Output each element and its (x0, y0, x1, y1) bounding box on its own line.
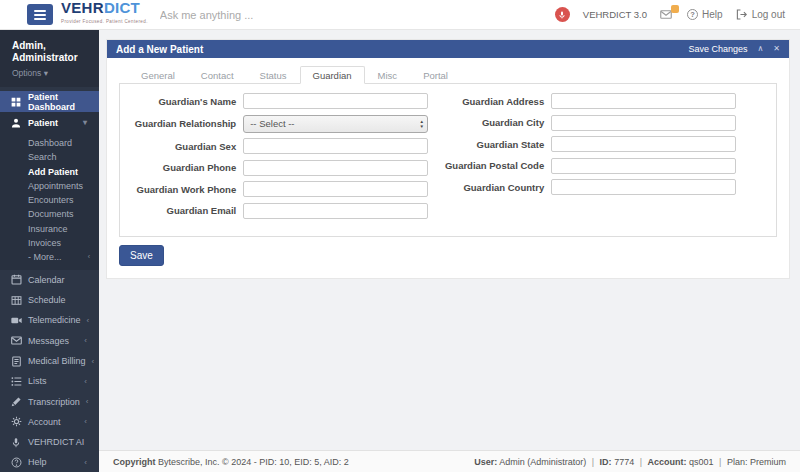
page-title: Add a New Patient (116, 44, 203, 55)
logout-label: Log out (752, 9, 785, 20)
sidebar-section-patient: Patient ▾ Dashboard Search Add Patient A… (0, 112, 99, 270)
help-label: Help (702, 9, 723, 20)
messages-button[interactable] (660, 9, 674, 21)
chevron-left-icon: ‹ (84, 377, 89, 386)
sidebar-item-dashboard[interactable]: Dashboard (0, 136, 99, 150)
sidebar-item-schedule[interactable]: Schedule (0, 290, 99, 310)
guardian-email-input[interactable] (243, 203, 428, 219)
caret-down-icon: ▾ (44, 68, 48, 78)
sign-out-icon (736, 9, 748, 20)
tab-status[interactable]: Status (247, 66, 300, 84)
app-version-label: VEHRDICT 3.0 (583, 9, 647, 20)
user-block: Admin, Administrator Options ▾ (0, 30, 99, 87)
logo-wordmark: VEHRDICT (61, 1, 148, 14)
sidebar-item-invoices[interactable]: Invoices (0, 236, 99, 250)
tab-contact[interactable]: Contact (188, 66, 247, 84)
sidebar-item-patient-dashboard[interactable]: Patient Dashboard (0, 91, 99, 112)
guardian-work-phone-input[interactable] (243, 181, 428, 197)
top-navbar: VEHRDICT Provider Focused. Patient Cente… (0, 0, 800, 30)
envelope-icon (10, 336, 22, 345)
navbar-right: VEHRDICT 3.0 ? Help Log out (555, 7, 800, 22)
gear-icon (10, 416, 22, 427)
sidebar-item-lists[interactable]: Lists ‹ (0, 371, 99, 391)
help-link[interactable]: ? Help (687, 9, 723, 20)
guardian-city-label: Guardian City (428, 117, 551, 128)
tab-portal[interactable]: Portal (410, 66, 461, 84)
sidebar-item-medical-billing[interactable]: Medical Billing ‹ (0, 351, 99, 371)
sidebar-item-transcription[interactable]: Transcription ‹ (0, 391, 99, 411)
sidebar-item-documents[interactable]: Documents (0, 207, 99, 221)
sidebar-item-telemedicine[interactable]: Telemedicine ‹ (0, 310, 99, 330)
user-name: Admin, (12, 40, 87, 52)
grid-icon (10, 97, 22, 107)
list-icon (10, 376, 22, 387)
ai-assistant-button[interactable] (555, 7, 570, 22)
guardian-state-label: Guardian State (428, 139, 551, 150)
video-camera-icon (10, 315, 22, 326)
guardian-sex-input[interactable] (243, 138, 428, 154)
close-panel-icon[interactable]: ✕ (773, 45, 780, 53)
chevron-left-icon: ‹ (86, 397, 91, 406)
footer: Copyright Bytescribe, Inc. © 2024 - PID:… (99, 450, 800, 472)
logout-link[interactable]: Log out (736, 9, 785, 20)
collapse-panel-icon[interactable]: ∧ (757, 45, 763, 53)
microphone-icon (556, 11, 568, 19)
save-changes-button[interactable]: Save Changes (688, 44, 747, 54)
guardian-relationship-label: Guardian Relationship (120, 118, 243, 129)
guardian-address-label: Guardian Address (428, 96, 551, 107)
user-icon (10, 118, 22, 128)
guardian-postal-code-input[interactable] (551, 158, 736, 174)
guardian-country-label: Guardian Country (428, 182, 551, 193)
table-icon (10, 295, 22, 306)
sidebar-item-account[interactable]: Account ‹ (0, 412, 99, 432)
ask-anything-input[interactable] (160, 9, 380, 21)
guardian-relationship-select[interactable]: -- Select -- ▲▼ (243, 115, 428, 133)
sidebar-item-vehrdict-ai[interactable]: VEHRDICT AI (0, 432, 99, 452)
user-options-dropdown[interactable]: Options ▾ (12, 68, 87, 78)
guardian-phone-input[interactable] (243, 160, 428, 176)
save-button[interactable]: Save (119, 245, 164, 266)
select-arrows-icon: ▲▼ (420, 119, 424, 129)
hamburger-icon (34, 10, 46, 20)
guardian-city-input[interactable] (551, 115, 736, 131)
chevron-down-icon: ▾ (83, 118, 89, 127)
app-logo[interactable]: VEHRDICT Provider Focused. Patient Cente… (61, 1, 148, 28)
guardian-email-label: Guardian Email (120, 205, 243, 216)
sidebar-item-appointments[interactable]: Appointments (0, 179, 99, 193)
patient-form-tabs: General Contact Status Guardian Misc Por… (119, 66, 777, 83)
form-right-column: Guardian Address Guardian City Guardian … (428, 93, 736, 224)
guardian-name-label: Guardian's Name (120, 96, 243, 107)
tab-misc[interactable]: Misc (365, 66, 411, 84)
guardian-work-phone-label: Guardian Work Phone (120, 184, 243, 195)
tab-guardian[interactable]: Guardian (300, 66, 365, 84)
form-left-column: Guardian's Name Guardian Relationship --… (120, 93, 428, 224)
guardian-name-input[interactable] (243, 93, 428, 109)
panel-body: General Contact Status Guardian Misc Por… (107, 58, 789, 278)
tab-general[interactable]: General (128, 66, 188, 84)
panel-header: Add a New Patient Save Changes ∧ ✕ (107, 40, 789, 58)
sidebar-item-messages[interactable]: Messages ‹ (0, 331, 99, 351)
logo-tagline: Provider Focused. Patient Centered. (61, 15, 148, 28)
sidebar-item-more[interactable]: - More... ‹ (0, 250, 99, 264)
guardian-phone-label: Guardian Phone (120, 162, 243, 173)
guardian-country-input[interactable] (551, 179, 736, 195)
chevron-left-icon: ‹ (84, 458, 89, 467)
sidebar-item-help[interactable]: Help ‹ (0, 452, 99, 472)
sidebar-item-patient[interactable]: Patient ▾ (0, 112, 99, 133)
sidebar-item-insurance[interactable]: Insurance (0, 222, 99, 236)
patient-submenu: Dashboard Search Add Patient Appointment… (0, 133, 99, 265)
sidebar-item-calendar[interactable]: Calendar (0, 270, 99, 290)
sidebar-item-search[interactable]: Search (0, 150, 99, 164)
user-role: Administrator (12, 52, 87, 64)
footer-user-info: User: Admin (Administrator) | ID: 7774 |… (474, 457, 786, 467)
sidebar-item-add-patient[interactable]: Add Patient (0, 165, 99, 179)
chevron-left-icon: ‹ (92, 357, 97, 366)
menu-toggle-button[interactable] (27, 4, 53, 25)
guardian-sex-label: Guardian Sex (120, 141, 243, 152)
guardian-state-input[interactable] (551, 136, 736, 152)
guardian-address-input[interactable] (551, 93, 736, 109)
notification-badge (671, 5, 679, 13)
microphone-icon (10, 437, 22, 448)
add-patient-panel: Add a New Patient Save Changes ∧ ✕ Gener… (107, 40, 789, 278)
sidebar-item-encounters[interactable]: Encounters (0, 193, 99, 207)
